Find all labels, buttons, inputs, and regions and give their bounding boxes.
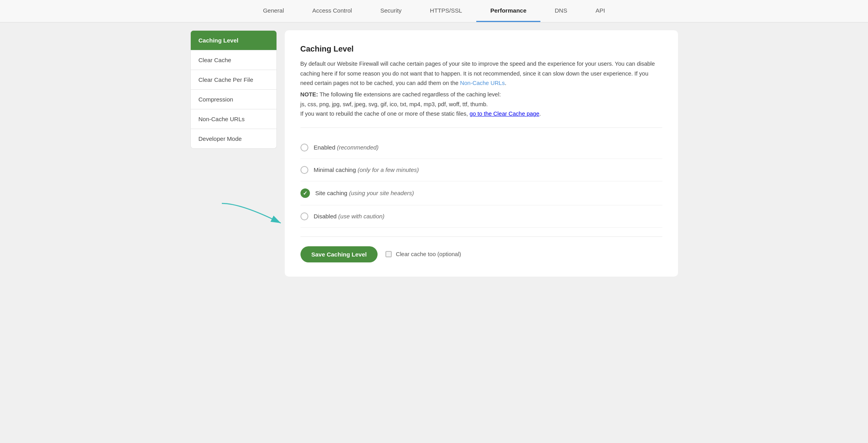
actions-row: Save Caching Level Clear cache too (opti… — [300, 246, 662, 262]
radio-enabled-note: (recommended) — [337, 144, 379, 151]
radio-disabled-label: Disabled (use with caution) — [314, 213, 385, 220]
radio-disabled-circle — [300, 212, 308, 220]
top-navigation: General Access Control Security HTTPS/SS… — [0, 0, 868, 22]
radio-minimal-note: (only for a few minutes) — [358, 166, 419, 173]
note-paragraph: NOTE: The following file extensions are … — [300, 90, 662, 119]
tab-performance[interactable]: Performance — [476, 0, 541, 22]
sidebar-item-non-cache-urls[interactable]: Non-Cache URLs — [190, 109, 277, 129]
radio-site-text: Site caching — [315, 190, 348, 196]
radio-option-site-caching[interactable]: Site caching (using your site headers) — [300, 181, 662, 205]
clear-cache-checkbox-label[interactable]: Clear cache too (optional) — [385, 251, 461, 257]
radio-option-disabled[interactable]: Disabled (use with caution) — [300, 205, 662, 228]
note-label: NOTE: — [300, 91, 318, 98]
radio-option-minimal[interactable]: Minimal caching (only for a few minutes) — [300, 159, 662, 181]
radio-option-enabled[interactable]: Enabled (recommended) — [300, 137, 662, 159]
clear-cache-checkbox[interactable] — [385, 251, 392, 257]
sidebar-item-clear-cache-per-file[interactable]: Clear Cache Per File — [190, 70, 277, 90]
radio-enabled-circle — [300, 144, 308, 151]
clear-cache-page-link[interactable]: go to the Clear Cache page — [470, 111, 539, 117]
sidebar: Caching Level Clear Cache Clear Cache Pe… — [190, 30, 277, 277]
section-title: Caching Level — [300, 44, 662, 54]
sidebar-item-caching-level[interactable]: Caching Level — [190, 30, 277, 50]
rebuild-suffix: . — [539, 111, 541, 117]
sidebar-item-developer-mode[interactable]: Developer Mode — [190, 129, 277, 149]
content-panel: Caching Level By default our Website Fir… — [285, 30, 678, 277]
main-layout: Caching Level Clear Cache Clear Cache Pe… — [179, 22, 690, 284]
description-suffix: . — [505, 80, 506, 86]
divider-2 — [300, 236, 662, 237]
radio-disabled-note: (use with caution) — [338, 213, 385, 220]
radio-site-note: (using your site headers) — [349, 190, 414, 196]
rebuild-prefix: If you want to rebuild the cache of one … — [300, 111, 468, 117]
radio-enabled-label: Enabled (recommended) — [314, 144, 379, 151]
tab-api[interactable]: API — [581, 0, 619, 22]
tab-access-control[interactable]: Access Control — [298, 0, 366, 22]
divider-1 — [300, 127, 662, 128]
radio-site-check-circle — [300, 188, 310, 198]
extensions-list: js, css, png, jpg, swf, jpeg, svg, gif, … — [300, 101, 488, 107]
radio-minimal-circle — [300, 166, 308, 174]
save-caching-level-button[interactable]: Save Caching Level — [300, 246, 378, 262]
radio-enabled-text: Enabled — [314, 144, 335, 151]
non-cache-urls-link[interactable]: Non-Cache URLs — [460, 80, 505, 86]
tab-https-ssl[interactable]: HTTPS/SSL — [416, 0, 476, 22]
tab-general[interactable]: General — [249, 0, 298, 22]
tab-security[interactable]: Security — [366, 0, 416, 22]
sidebar-item-clear-cache[interactable]: Clear Cache — [190, 50, 277, 70]
sidebar-item-compression[interactable]: Compression — [190, 90, 277, 109]
radio-minimal-text: Minimal caching — [314, 166, 356, 173]
tab-dns[interactable]: DNS — [540, 0, 581, 22]
radio-disabled-text: Disabled — [314, 213, 337, 220]
radio-site-label: Site caching (using your site headers) — [315, 190, 414, 196]
radio-minimal-label: Minimal caching (only for a few minutes) — [314, 166, 419, 173]
description-paragraph: By default our Website Firewall will cac… — [300, 59, 662, 88]
clear-cache-checkbox-text: Clear cache too (optional) — [396, 251, 461, 257]
note-body: The following file extensions are cached… — [318, 91, 501, 98]
